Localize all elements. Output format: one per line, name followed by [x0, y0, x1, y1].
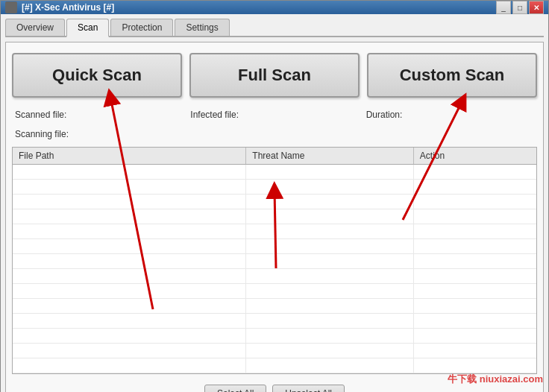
content-area: Quick Scan Full Scan Custom Scan Scanned… [5, 42, 544, 392]
bottom-bar: Select All Unselect All [12, 380, 537, 392]
scanned-file-info: Scanned file: [15, 110, 183, 120]
info-row-1: Scanned file: Infected file: Duration: [12, 108, 537, 121]
table-row [13, 209, 536, 224]
scanning-file-label: Scanning file: [15, 129, 69, 139]
table-row [13, 358, 536, 373]
window-body: Overview Scan Protection Settings Quick … [1, 14, 548, 392]
close-button[interactable]: ✕ [529, 1, 544, 14]
scan-buttons-row: Quick Scan Full Scan Custom Scan [12, 48, 537, 102]
scanned-file-label: Scanned file: [15, 110, 66, 120]
table-row [13, 284, 536, 299]
maximize-button[interactable]: □ [512, 1, 527, 14]
select-all-button[interactable]: Select All [204, 385, 266, 392]
table-row [13, 314, 536, 329]
table-row [13, 344, 536, 358]
full-scan-button[interactable]: Full Scan [189, 53, 360, 98]
tab-overview[interactable]: Overview [5, 19, 65, 36]
table-row [13, 165, 536, 180]
table-row [13, 269, 536, 284]
col-header-threat: Threat Name [246, 148, 413, 164]
tab-bar: Overview Scan Protection Settings [5, 19, 544, 37]
scanning-row: Scanning file: [12, 127, 537, 141]
window-controls: _ □ ✕ [496, 1, 544, 14]
tab-protection[interactable]: Protection [110, 19, 173, 36]
results-table: File Path Threat Name Action [12, 147, 537, 374]
title-bar: [#] X-Sec Antivirus [#] _ □ ✕ [1, 1, 548, 14]
unselect-all-button[interactable]: Unselect All [272, 385, 345, 392]
table-body [13, 165, 536, 373]
quick-scan-button[interactable]: Quick Scan [12, 53, 182, 98]
minimize-button[interactable]: _ [496, 1, 511, 14]
duration-info: Duration: [366, 110, 534, 120]
duration-label: Duration: [366, 110, 403, 120]
table-row [13, 180, 536, 195]
tab-scan[interactable]: Scan [66, 19, 109, 37]
window-title: [#] X-Sec Antivirus [#] [22, 2, 114, 13]
col-header-action: Action [414, 148, 536, 164]
table-row [13, 299, 536, 314]
table-header: File Path Threat Name Action [13, 148, 536, 165]
table-row [13, 239, 536, 254]
custom-scan-button[interactable]: Custom Scan [367, 53, 537, 98]
col-header-filepath: File Path [13, 148, 246, 164]
tab-settings[interactable]: Settings [175, 19, 229, 36]
table-row [13, 224, 536, 239]
table-row [13, 254, 536, 269]
table-row [13, 195, 536, 209]
infected-file-info: Infected file: [190, 110, 358, 120]
app-icon [5, 1, 17, 13]
table-row [13, 329, 536, 344]
infected-file-label: Infected file: [190, 110, 239, 120]
